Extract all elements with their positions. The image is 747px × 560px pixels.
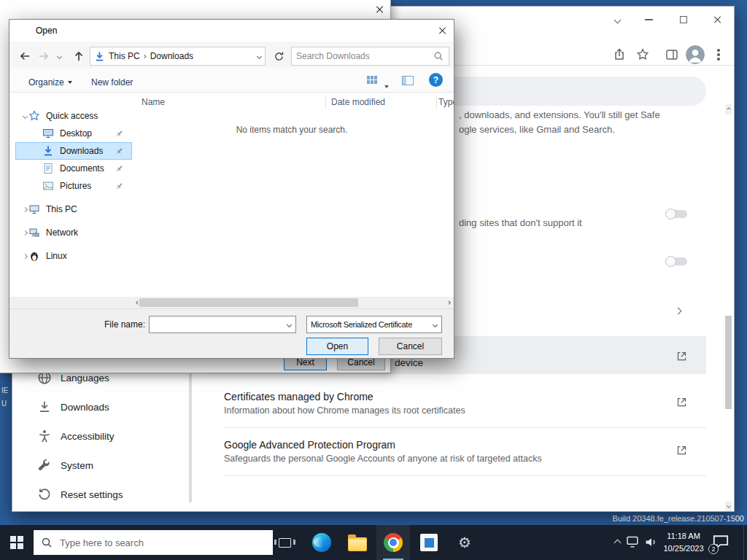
file-name-input[interactable]	[150, 319, 283, 330]
combo-dropdown-chevron[interactable]	[283, 316, 295, 332]
forward-button[interactable]	[36, 48, 52, 64]
close-button[interactable]	[371, 1, 390, 18]
cancel-button[interactable]: Cancel	[379, 338, 442, 355]
column-header-date-modified[interactable]: Date modified	[331, 97, 385, 107]
address-dropdown-chevron[interactable]	[258, 55, 261, 58]
preview-pane-icon[interactable]	[402, 76, 414, 85]
open-in-new-icon[interactable]	[676, 397, 687, 408]
settings-text-fragment: ogle services, like Gmail and Search.	[459, 124, 615, 135]
clock-date: 10/25/2023	[660, 542, 707, 555]
sidebar-item-system[interactable]: System	[18, 451, 193, 480]
recent-locations-chevron[interactable]	[55, 52, 63, 61]
open-in-new-icon[interactable]	[676, 445, 687, 456]
breadcrumb-downloads[interactable]: Downloads	[150, 51, 193, 61]
side-panel-icon[interactable]	[665, 48, 678, 61]
taskbar-file-explorer-button[interactable]	[341, 525, 374, 560]
breadcrumb[interactable]: This PC › Downloads	[90, 47, 266, 66]
task-view-button[interactable]	[268, 525, 301, 560]
expander-icon[interactable]	[21, 252, 28, 260]
search-icon	[41, 537, 53, 548]
search-icon[interactable]	[433, 51, 444, 61]
combo-dropdown-chevron[interactable]	[429, 316, 441, 332]
back-button[interactable]	[17, 48, 33, 64]
sidebar-scrollbar-thumb[interactable]	[189, 367, 192, 502]
scrollbar-down-arrow[interactable]	[725, 501, 732, 511]
new-folder-button[interactable]: New folder	[91, 77, 133, 88]
network-icon[interactable]	[626, 536, 640, 551]
scroll-right-arrow[interactable]	[443, 297, 454, 308]
tree-item-network[interactable]: Network	[15, 224, 132, 241]
browser-menu-icon[interactable]	[705, 45, 732, 64]
caret-down-icon	[68, 81, 72, 84]
tree-item-documents[interactable]: Documents	[15, 160, 132, 177]
expander-icon[interactable]	[21, 229, 28, 236]
column-separator[interactable]	[436, 96, 437, 109]
desktop-icon-label-fragment: U	[1, 400, 7, 408]
help-icon[interactable]: ?	[429, 73, 443, 87]
expander-icon[interactable]	[21, 206, 28, 213]
dialog-search-input[interactable]	[292, 51, 433, 61]
tree-item-this-pc[interactable]: This PC	[15, 201, 132, 218]
sidebar-item-accessibility[interactable]: Accessibility	[18, 421, 193, 451]
toggle-switch[interactable]	[665, 209, 689, 220]
profile-avatar[interactable]	[686, 45, 705, 64]
taskbar-search-box	[34, 530, 273, 555]
sidebar-item-reset-settings[interactable]: Reset settings	[18, 480, 193, 509]
scrollbar-thumb[interactable]	[725, 316, 732, 409]
sidebar-item-downloads[interactable]: Downloads	[18, 392, 193, 421]
edge-icon	[312, 533, 331, 552]
start-button[interactable]	[0, 525, 34, 560]
column-header-name[interactable]: Name	[142, 97, 165, 107]
open-in-new-icon[interactable]	[676, 351, 687, 362]
file-type-dropdown[interactable]: Microsoft Serialized Certificate	[306, 316, 442, 333]
dialog-titlebar[interactable]	[9, 20, 454, 42]
taskbar-settings-button[interactable]: ⚙	[448, 525, 481, 560]
settings-row-title: Certificates managed by Chrome	[224, 391, 374, 402]
close-button[interactable]	[431, 20, 454, 42]
bookmark-star-icon[interactable]	[636, 48, 649, 61]
column-separator[interactable]	[325, 96, 326, 109]
taskbar-clock[interactable]: 11:18 AM 10/25/2023	[660, 530, 707, 555]
settings-text-fragment: ding sites that don't support it	[459, 217, 582, 228]
tree-item-quick-access[interactable]: Quick access	[15, 107, 132, 125]
downloads-folder-icon	[42, 145, 54, 157]
volume-icon[interactable]	[644, 536, 659, 551]
tab-search-icon[interactable]	[603, 9, 632, 30]
tree-item-linux[interactable]: Linux	[15, 247, 132, 265]
tree-item-desktop[interactable]: Desktop	[15, 125, 132, 142]
taskbar-chrome-button[interactable]	[376, 525, 410, 560]
open-button[interactable]: Open	[306, 338, 368, 355]
up-button[interactable]	[71, 48, 87, 64]
organize-button[interactable]: Organize	[28, 77, 72, 88]
tree-item-pictures[interactable]: Pictures	[15, 177, 132, 195]
refresh-button[interactable]	[268, 47, 290, 66]
toggle-switch[interactable]	[665, 256, 689, 268]
chevron-up-icon	[727, 107, 731, 112]
scrollbar-up-arrow[interactable]	[725, 104, 732, 114]
change-view-icon[interactable]	[367, 76, 377, 84]
minimize-button[interactable]	[634, 9, 663, 30]
action-center-button[interactable]: 2	[712, 534, 732, 551]
sidebar-scroll-down-icon[interactable]	[186, 504, 190, 512]
windows-logo-icon	[10, 536, 23, 549]
views-dropdown-caret[interactable]	[384, 80, 389, 90]
tree-item-label: Downloads	[60, 146, 103, 156]
tree-item-downloads[interactable]: Downloads	[15, 142, 132, 160]
empty-folder-message: No items match your search.	[132, 125, 452, 135]
taskbar-edge-button[interactable]	[305, 525, 338, 560]
share-icon[interactable]	[613, 48, 626, 61]
reset-icon	[37, 487, 52, 502]
taskbar-app-button[interactable]	[412, 525, 446, 560]
expander-icon[interactable]	[21, 112, 28, 120]
tray-show-hidden-icons[interactable]	[608, 534, 626, 551]
close-button[interactable]	[703, 9, 732, 30]
expand-row-chevron-icon[interactable]	[676, 303, 681, 316]
horizontal-scrollbar-thumb[interactable]	[139, 298, 358, 307]
column-header-type[interactable]: Type	[438, 97, 454, 107]
breadcrumb-this-pc[interactable]: This PC	[109, 51, 140, 61]
toggle-knob	[665, 209, 676, 219]
taskbar-search-input[interactable]	[58, 537, 273, 549]
chevron-right-icon	[22, 253, 27, 258]
show-desktop-button[interactable]	[743, 525, 747, 560]
maximize-button[interactable]	[669, 9, 698, 30]
